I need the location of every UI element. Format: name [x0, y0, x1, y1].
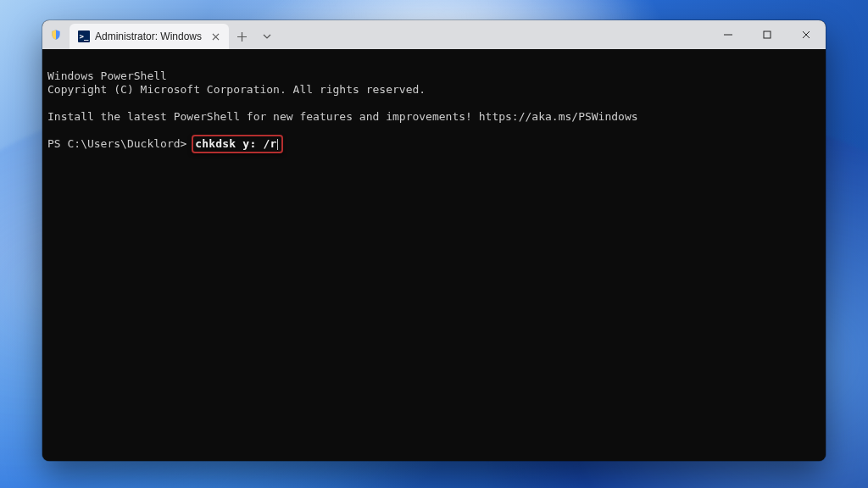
- new-tab-button[interactable]: [229, 24, 254, 49]
- tab-close-button[interactable]: [209, 30, 222, 43]
- powershell-icon: >_: [78, 30, 90, 42]
- tab-title: Administrator: Windows Powe: [95, 30, 203, 42]
- tab-active[interactable]: >_ Administrator: Windows Powe: [70, 24, 229, 49]
- tab-dropdown-button[interactable]: [254, 24, 280, 49]
- terminal-line: Windows PowerShell: [47, 69, 167, 82]
- maximize-button[interactable]: [748, 20, 787, 49]
- text-cursor: [277, 139, 278, 150]
- minimize-button[interactable]: [709, 20, 748, 49]
- admin-shield-icon: [42, 20, 70, 49]
- terminal-line: Install the latest PowerShell for new fe…: [47, 110, 638, 123]
- terminal-prompt: PS C:\Users\Ducklord>: [47, 137, 193, 151]
- titlebar[interactable]: >_ Administrator: Windows Powe: [42, 20, 826, 49]
- desktop-wallpaper: >_ Administrator: Windows Powe: [0, 0, 868, 488]
- svg-rect-0: [764, 31, 771, 38]
- terminal-line: Copyright (C) Microsoft Corporation. All…: [47, 83, 426, 96]
- close-button[interactable]: [787, 20, 826, 49]
- terminal-body[interactable]: Windows PowerShell Copyright (C) Microso…: [42, 49, 826, 461]
- command-highlight-box: chkdsk y: /r: [192, 135, 282, 153]
- terminal-command: chkdsk y: /r: [195, 137, 276, 151]
- titlebar-drag-region[interactable]: [280, 20, 709, 49]
- terminal-window: >_ Administrator: Windows Powe: [42, 20, 826, 461]
